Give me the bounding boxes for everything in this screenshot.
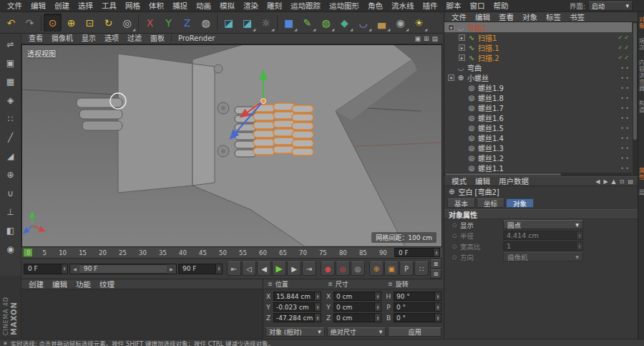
deformers-button[interactable]: ◡ ◢ bbox=[354, 14, 372, 32]
coordinate-input[interactable]: 0 cm▴▾ bbox=[333, 302, 381, 312]
polygons-mode-button[interactable]: ◢ bbox=[2, 148, 19, 164]
expand-toggle[interactable] bbox=[459, 155, 465, 161]
value-stepper[interactable]: ▴▾ bbox=[576, 231, 582, 239]
menu-item[interactable]: 模拟 bbox=[215, 0, 239, 11]
menu-item[interactable]: 文件 bbox=[3, 0, 26, 11]
expand-toggle[interactable] bbox=[459, 95, 465, 101]
object-manager-menu-item[interactable]: 文件 bbox=[447, 11, 471, 23]
visibility-toggles[interactable]: ✓✓ bbox=[618, 34, 632, 41]
menu-item[interactable]: 编辑 bbox=[26, 0, 50, 11]
undo-button[interactable]: ↶ ◢ bbox=[2, 14, 20, 32]
expand-toggle[interactable]: ▸ bbox=[459, 54, 465, 61]
object-row[interactable]: ◡ 弯曲 ∙∙ bbox=[444, 62, 632, 72]
aspect-ratio-input[interactable]: 1 ▴▾ bbox=[503, 241, 583, 251]
viewport-menu-item[interactable]: 摄像机 bbox=[47, 33, 77, 44]
object-manager-menu-item[interactable]: 查看 bbox=[494, 11, 518, 23]
key-interpolation-button[interactable]: ⊞ bbox=[430, 269, 441, 279]
viewport-options-icon[interactable]: ▤ bbox=[431, 35, 438, 42]
visibility-toggles[interactable]: ∙∙ bbox=[620, 135, 632, 141]
visibility-toggles[interactable]: ∙∙ bbox=[620, 165, 632, 171]
expand-toggle[interactable] bbox=[459, 135, 465, 141]
keyframe-dot-icon[interactable]: ○ bbox=[452, 233, 457, 239]
object-name[interactable]: 扫描.2 bbox=[478, 52, 616, 63]
object-name[interactable]: 螺丝1.6 bbox=[478, 112, 618, 123]
panel-menu-icon[interactable]: ≣ bbox=[388, 281, 393, 287]
visibility-toggles[interactable]: ∙∙ bbox=[620, 64, 632, 71]
object-manager-menu-item[interactable]: 对象 bbox=[518, 11, 542, 23]
visibility-toggles[interactable]: ∙∙ bbox=[620, 155, 632, 161]
visibility-toggles[interactable]: ∙∙ bbox=[620, 145, 632, 151]
menu-item[interactable]: 体积 bbox=[145, 0, 168, 11]
viewport-menu-item[interactable]: 选项 bbox=[100, 33, 123, 44]
object-row[interactable]: ◎ 螺丝1.8 ∙∙ bbox=[444, 92, 632, 102]
radius-input[interactable]: 4.414 cm ▴▾ bbox=[503, 231, 583, 240]
tab-basic[interactable]: 基本 bbox=[447, 198, 475, 208]
expand-toggle[interactable] bbox=[459, 105, 465, 111]
redo-button[interactable]: ↷ ◢ bbox=[21, 14, 39, 32]
lock-icon[interactable]: ⊡ bbox=[620, 178, 625, 185]
keyframe-dot-icon[interactable]: ○ bbox=[452, 244, 457, 249]
object-row[interactable]: ◎ 螺丝1.1 ∙∙ bbox=[444, 163, 632, 173]
viewport-menu-item[interactable]: 查看 bbox=[24, 33, 47, 44]
autokeying-button[interactable]: ◎ bbox=[336, 261, 350, 276]
visibility-toggles[interactable]: ∙∙ bbox=[620, 115, 632, 121]
panel-menu-icon[interactable]: ▤ bbox=[628, 178, 633, 185]
visibility-toggles[interactable]: ✓✓ bbox=[618, 54, 632, 61]
light-button[interactable]: ☀ ◢ bbox=[410, 14, 428, 32]
expand-toggle[interactable]: ▸ bbox=[459, 44, 465, 51]
record-position-button[interactable]: ⊕ bbox=[369, 261, 384, 276]
coordinate-input[interactable]: -47.284 cm▴▾ bbox=[273, 313, 321, 322]
object-row[interactable]: ▾ ⊕ 小螺丝 ∙∙ bbox=[444, 72, 632, 82]
attribute-menu-item[interactable]: 模式 bbox=[447, 176, 471, 187]
previous-frame-button[interactable]: ◀ bbox=[257, 261, 271, 276]
record-pla-button[interactable]: ∷ bbox=[414, 261, 429, 276]
coordinate-input[interactable]: -0.023 cm▴▾ bbox=[273, 302, 321, 312]
expand-toggle[interactable] bbox=[459, 145, 465, 151]
orientation-dropdown[interactable]: 摄像机 ▾ bbox=[503, 252, 583, 261]
object-name[interactable]: 螺丝1.2 bbox=[478, 153, 618, 163]
value-stepper[interactable]: ▴▾ bbox=[434, 292, 441, 300]
dock-tab-objects[interactable]: 对象 bbox=[638, 12, 644, 34]
expand-toggle[interactable]: ▾ bbox=[448, 24, 454, 31]
object-row[interactable]: ◎ 螺丝1.3 ∙∙ bbox=[444, 143, 632, 153]
interface-preset-dropdown[interactable]: 启动 ▾ bbox=[588, 1, 633, 11]
environment-button[interactable]: ▄ ◢ bbox=[373, 14, 391, 32]
prorender-menu[interactable]: ProRender bbox=[174, 33, 219, 44]
move-tool-button[interactable]: ⊕ ◢ bbox=[62, 14, 80, 32]
dock-tab-content-browser[interactable]: 内容浏览器 bbox=[638, 55, 644, 96]
material-menu-item[interactable]: 功能 bbox=[72, 279, 95, 290]
visibility-toggles[interactable]: ✓✓ bbox=[618, 44, 632, 51]
record-parameter-button[interactable]: P bbox=[399, 261, 414, 276]
object-name[interactable]: 螺丝1.1 bbox=[478, 163, 618, 173]
coordinate-input[interactable]: 0 cm▴▾ bbox=[333, 292, 381, 301]
previous-key-button[interactable]: ◁ bbox=[242, 261, 256, 276]
expand-toggle[interactable] bbox=[459, 85, 465, 91]
history-forward-icon[interactable]: ▶ bbox=[603, 178, 608, 185]
menu-item[interactable]: 捕捉 bbox=[168, 0, 192, 11]
preview-range-slider[interactable]: ◀ 90 F ▶ bbox=[69, 264, 177, 274]
expand-toggle[interactable]: ▾ bbox=[448, 75, 454, 81]
range-right-arrow-icon[interactable]: ▶ bbox=[167, 264, 176, 274]
value-stepper[interactable]: ▴▾ bbox=[215, 264, 222, 274]
object-name[interactable]: 小螺丝 bbox=[467, 72, 618, 83]
menu-item[interactable]: 窗口 bbox=[466, 0, 489, 11]
value-stepper[interactable]: ▴▾ bbox=[434, 303, 441, 311]
lock-y-axis-button[interactable]: Y ◢ bbox=[160, 14, 177, 32]
expand-toggle[interactable]: ▸ bbox=[459, 34, 465, 41]
position-mode-dropdown[interactable]: 对象 (相对)▾ bbox=[265, 327, 325, 337]
material-menu-item[interactable]: 创建 bbox=[24, 279, 48, 290]
object-row[interactable]: ◎ 螺丝1.4 ∙∙ bbox=[444, 133, 632, 143]
menu-item[interactable]: 脚本 bbox=[442, 0, 466, 11]
make-editable-button[interactable]: ⇌ bbox=[2, 36, 19, 52]
value-stepper[interactable]: ▴▾ bbox=[374, 314, 381, 322]
end-frame-field[interactable]: 90 F ▴▾ bbox=[178, 264, 223, 274]
snap-toggle-button[interactable]: ∪ bbox=[2, 185, 19, 201]
points-mode-button[interactable]: ∷ bbox=[2, 110, 19, 127]
view-label[interactable]: 透视视图 bbox=[27, 48, 56, 59]
object-manager-menu-item[interactable]: 编辑 bbox=[471, 11, 494, 23]
coordinate-input[interactable]: 90 °▴▾ bbox=[394, 292, 441, 301]
arrow-up-icon[interactable]: ▲ bbox=[612, 178, 616, 185]
coordinate-input[interactable]: 15.844 cm▴▾ bbox=[273, 292, 321, 301]
dock-tab-attributes[interactable]: 属性 bbox=[638, 163, 644, 185]
object-row[interactable]: ◎ 螺丝1.2 ∙∙ bbox=[444, 153, 632, 163]
